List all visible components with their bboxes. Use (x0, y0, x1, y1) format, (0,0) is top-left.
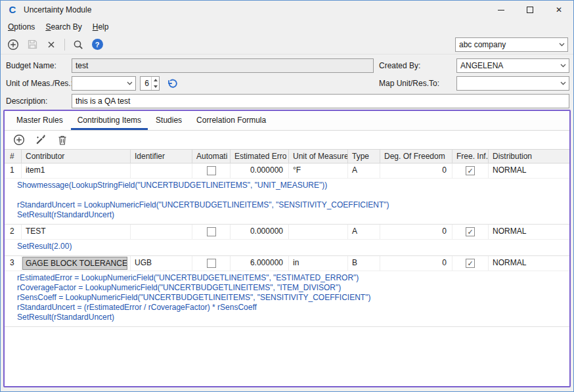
description-input[interactable] (72, 94, 569, 108)
formula-line: SetResult(rStandardUncert) (17, 210, 565, 220)
stepper-up-button[interactable] (152, 77, 159, 83)
help-button[interactable]: ? (90, 37, 104, 52)
row-number: 2 (5, 225, 22, 239)
company-select[interactable]: abc company (455, 37, 568, 52)
tab-studies[interactable]: Studies (149, 112, 188, 130)
chevron-down-icon (557, 59, 569, 72)
created-by-select[interactable]: ANGELENA (456, 58, 569, 73)
contributor-cell[interactable]: TEST (22, 225, 131, 239)
formula-line: Showmessage(LookupStringField("UNCERTBUD… (17, 181, 565, 190)
free-inf-checkbox[interactable] (466, 259, 475, 268)
menu-options[interactable]: Options (3, 20, 40, 34)
column-header-contributor[interactable]: Contributor (22, 149, 131, 163)
minimize-icon (498, 10, 504, 11)
column-header-deg-of-freedom[interactable]: Deg. Of Freedom (380, 149, 453, 163)
formula-line: SetResult(2.00) (17, 242, 565, 251)
undo-button[interactable] (166, 77, 179, 90)
delete-button[interactable] (44, 37, 58, 52)
type-cell[interactable]: B (348, 256, 380, 271)
automatic-checkbox[interactable] (207, 227, 216, 236)
contributor-cell-selected[interactable]: GAGE BLOCK TOLERANCE (22, 257, 127, 270)
estimated-error-cell[interactable]: 0.000000 (231, 225, 289, 239)
deg-of-freedom-cell[interactable]: 0 (380, 163, 453, 178)
column-header-type[interactable]: Type (348, 149, 380, 163)
menubar: Options Search By Help (1, 19, 573, 35)
column-header-num[interactable]: # (5, 149, 22, 163)
formula-line: rEstimatedError = LookupNumericField("UN… (17, 273, 565, 283)
save-button[interactable] (25, 37, 39, 52)
type-cell[interactable]: A (348, 163, 380, 178)
column-header-identifier[interactable]: Identifier (131, 149, 192, 163)
map-unit-select[interactable] (456, 76, 569, 91)
unit-of-measure-cell[interactable]: in (289, 256, 348, 271)
column-header-automatic[interactable]: Automati (192, 149, 231, 163)
menu-search-by[interactable]: Search By (40, 20, 87, 34)
tabstrip: Master Rules Contributing Items Studies … (5, 111, 569, 131)
description-label: Description: (6, 97, 47, 106)
estimated-error-cell[interactable]: 0.000000 (231, 163, 289, 178)
deg-of-freedom-cell[interactable]: 0 (380, 225, 453, 239)
column-header-distribution[interactable]: Distribution (489, 149, 569, 163)
identifier-cell[interactable] (131, 225, 192, 239)
main-toolbar: ? abc company (1, 35, 573, 54)
menu-help-label: elp (98, 22, 108, 32)
identifier-cell[interactable] (131, 163, 192, 178)
formula-block[interactable]: Showmessage(LookupStringField("UNCERTBUD… (5, 179, 569, 224)
automatic-checkbox[interactable] (207, 259, 216, 268)
add-icon (7, 39, 19, 51)
distribution-cell[interactable]: NORMAL (489, 163, 569, 178)
trash-icon (57, 135, 68, 146)
chevron-down-icon (123, 77, 135, 90)
tab-master-rules[interactable]: Master Rules (10, 112, 70, 130)
formula-line: rSensCoeff = LookupNumericField("UNCERTB… (17, 293, 565, 303)
search-button[interactable] (71, 37, 85, 52)
distribution-cell[interactable]: NORMAL (489, 256, 569, 271)
distribution-cell[interactable]: NORMAL (489, 225, 569, 239)
close-button[interactable]: ✕ (544, 1, 573, 19)
menu-help[interactable]: Help (87, 20, 114, 34)
table-row: 2 TEST 0.000000 A 0 NORMAL SetResult(2.0… (5, 225, 569, 256)
undo-icon (167, 78, 178, 89)
automatic-checkbox[interactable] (207, 166, 216, 175)
formula-line: rStandardUncert = (rEstimatedError / rCo… (17, 303, 565, 313)
app-window: C Uncertainty Module ✕ Options Search By… (0, 0, 574, 392)
window-title: Uncertainty Module (24, 5, 91, 14)
budget-name-input[interactable] (72, 58, 374, 73)
add-item-button[interactable] (12, 133, 26, 147)
formula-line: rCoverageFactor = LookupNumericField("UN… (17, 283, 565, 293)
resolution-stepper[interactable]: 6 (140, 76, 160, 91)
free-inf-checkbox[interactable] (466, 166, 475, 175)
created-by-label: Created By: (379, 61, 420, 70)
formula-block[interactable]: SetResult(2.00) (5, 240, 569, 255)
add-icon (13, 134, 25, 146)
type-cell[interactable]: A (348, 225, 380, 239)
maximize-button[interactable] (516, 1, 544, 19)
chevron-down-icon (556, 38, 567, 51)
estimated-error-cell[interactable]: 6.000000 (231, 256, 289, 271)
formula-wand-button[interactable] (33, 133, 48, 147)
add-button[interactable] (6, 37, 20, 52)
contributor-cell[interactable]: item1 (22, 163, 131, 178)
column-header-estimated-error[interactable]: Estimated Erro (231, 149, 289, 163)
minimize-button[interactable] (487, 1, 516, 19)
deg-of-freedom-cell[interactable]: 0 (380, 256, 453, 271)
free-inf-checkbox[interactable] (466, 227, 475, 236)
column-header-free-inf[interactable]: Free. Inf. (453, 149, 489, 163)
tab-contributing-items[interactable]: Contributing Items (71, 112, 148, 130)
stepper-down-button[interactable] (152, 83, 159, 90)
tab-correlation-formula[interactable]: Correlation Formula (190, 112, 273, 130)
toolbar-separator (64, 39, 65, 51)
wand-icon (35, 134, 47, 146)
formula-block[interactable]: rEstimatedError = LookupNumericField("UN… (5, 271, 569, 326)
details-panel: Master Rules Contributing Items Studies … (3, 110, 571, 387)
unit-of-measure-cell[interactable]: °F (289, 163, 348, 178)
unit-of-meas-select[interactable] (72, 76, 136, 91)
identifier-cell[interactable]: UGB (131, 256, 192, 271)
table-row: 3 GAGE BLOCK TOLERANCE UGB 6.000000 in B… (5, 256, 569, 327)
delete-item-button[interactable] (55, 133, 70, 147)
unit-of-measure-cell[interactable] (289, 225, 348, 239)
budget-name-label: Budget Name: (6, 61, 56, 70)
column-header-unit-of-measure[interactable]: Unit of Measure (289, 149, 348, 163)
save-icon (27, 39, 38, 50)
search-icon (72, 39, 84, 51)
